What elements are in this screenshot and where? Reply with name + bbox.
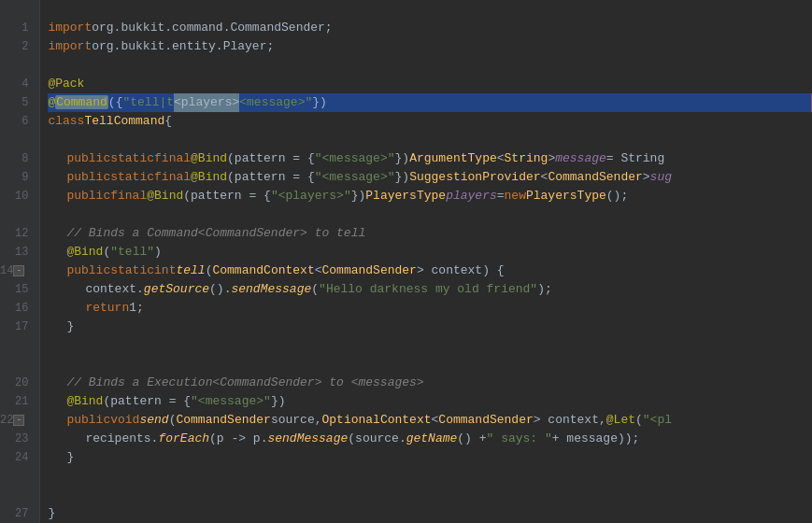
code-text: (pattern = { [103,392,191,411]
string: "Hello darkness my old friend" [319,280,537,299]
code-line-blank [48,56,812,75]
code-line-17: } [48,318,812,336]
keyword: int [154,262,176,280]
type: CommandContext [212,262,314,280]
gutter-line: 8 [0,149,34,168]
code-text: recipents. [85,430,158,448]
keyword: final [154,168,191,187]
class-name: TellCommand [84,112,164,131]
code-text: + message)); [552,430,640,448]
string-literal: <message>" [239,93,312,112]
code-line-blank [48,467,812,486]
code-text: } [66,318,74,336]
code-text: { [164,112,172,131]
code-text: > [548,149,555,168]
code-text: }) [351,187,366,205]
code-line [48,0,812,19]
gutter-line [0,355,34,374]
annotation: @Bind [66,392,103,411]
players-highlight: <players> [174,93,239,112]
keyword: new [505,187,526,205]
code-text: (); [606,187,628,205]
keyword: public [66,411,110,430]
code-text: ( [103,243,110,262]
gutter-line [0,205,34,224]
string: "<pl [643,411,672,430]
code-text: (). [209,280,231,299]
keyword: return [85,299,129,318]
type: OptionalContext [322,411,432,430]
code-line-10: public final @Bind(pattern = {"<players>… [48,187,812,205]
code-line-blank [48,486,812,504]
gutter-line: 2 [0,37,34,56]
gutter-line [0,486,34,504]
type: String [505,149,548,168]
type: PlayersType [365,187,446,205]
type: ArgumentType [409,149,497,168]
code-text: org.bukkit.entity.Player; [92,37,274,56]
code-text: ({ [108,93,123,112]
annotation: @Bind [191,168,227,187]
code-text: org.bukkit.command.CommandSender; [92,19,332,37]
variable: players [446,187,497,205]
code-text: ( [311,280,319,299]
keyword: import [48,37,92,56]
code-text: }) [395,168,410,187]
gutter-line [0,56,34,75]
code-line-16: return 1; [48,299,812,318]
gutter-line: 14 - [0,262,34,280]
annotation: @Bind [191,149,227,168]
type: SuggestionProvider [409,168,540,187]
code-text: < [432,411,439,430]
code-line-15: context.getSource().sendMessage("Hello d… [48,280,812,299]
variable: sug [650,168,672,187]
code-text: < [541,168,548,187]
type: CommandSender [438,411,533,430]
gutter-line: 21 [0,392,34,411]
annotation: @Pack [48,75,84,93]
code-line-6: class TellCommand { [48,112,812,131]
gutter-line [0,131,34,149]
code-text: source, [271,411,322,430]
string: "<message>" [315,168,395,187]
gutter-line: 10 [0,187,34,205]
code-line-blank [48,131,812,149]
code-line-1: import org.bukkit.command.CommandSender; [48,19,812,37]
comment: // Binds a Command<CommandSender> to tel… [66,224,365,243]
keyword: static [110,168,154,187]
code-text: }) [271,392,286,411]
type: CommandSender [176,411,270,430]
gutter-line: 27 [0,504,34,523]
method-call: forEach [158,430,209,448]
string: " says: " [487,430,552,448]
code-text: (pattern = { [183,187,271,205]
line-numbers: 1 2 4 5 6 8 9 10 12 13 14 - 15 16 17 20 … [0,0,40,523]
fold-icon-2[interactable]: - [13,415,24,426]
gutter-line: 6 [0,112,34,131]
code-line-8: public static final @Bind(pattern = {"<m… [48,149,812,168]
gutter-line [0,0,34,19]
annotation: @Let [606,411,635,430]
code-text: < [315,262,322,280]
gutter-line: 22 - [0,411,34,430]
code-text: (pattern = { [227,168,315,187]
code-line-27: } [48,504,812,523]
code-text: = String [606,149,664,168]
command-highlight: Command [55,95,108,109]
code-line-9: public static final @Bind(pattern = {"<m… [48,168,812,187]
gutter-line: 17 [0,318,34,336]
keyword: class [48,112,84,131]
code-text: > context) { [417,262,505,280]
code-content: import org.bukkit.command.CommandSender;… [40,0,812,523]
fold-icon[interactable]: - [13,265,24,276]
gutter-line [0,467,34,486]
keyword: static [110,262,154,280]
code-text: } [48,504,55,523]
code-line-4: @Pack [48,75,812,93]
variable: message [555,149,606,168]
string-literal: "tell|t [122,93,174,112]
keyword: public [66,149,110,168]
method-call: sendMessage [231,280,311,299]
code-text: ( [169,411,177,430]
code-text: ( [206,262,213,280]
